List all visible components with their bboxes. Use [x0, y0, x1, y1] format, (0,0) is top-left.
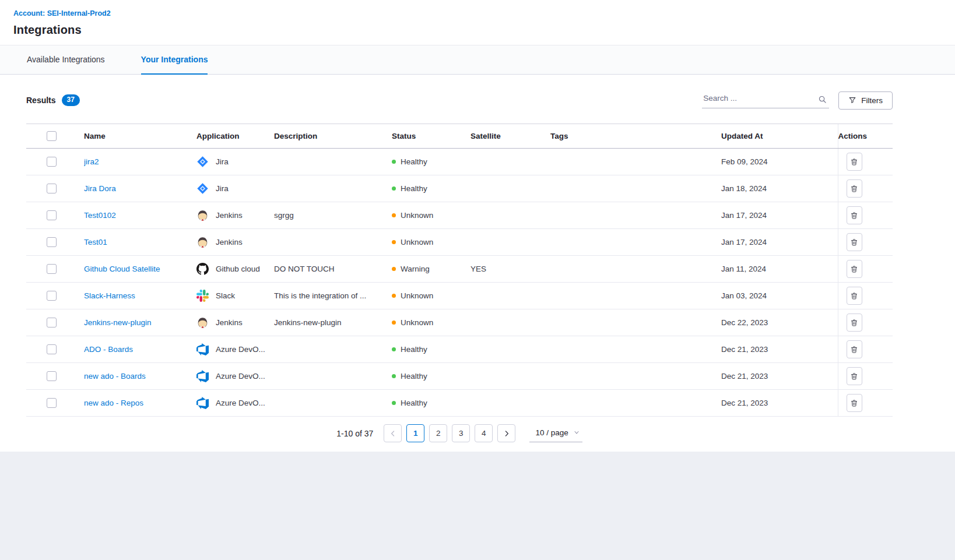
status-dot — [392, 374, 396, 378]
pagination-page-button[interactable]: 2 — [429, 424, 447, 442]
row-checkbox[interactable] — [47, 237, 57, 247]
row-checkbox[interactable] — [47, 291, 57, 301]
application-icon — [196, 343, 209, 355]
results: Results 37 — [26, 94, 80, 105]
integration-name-link[interactable]: ADO - Boards — [84, 345, 133, 354]
integration-name-link[interactable]: Test01 — [84, 238, 107, 246]
delete-integration-button[interactable] — [847, 394, 862, 412]
trash-icon — [850, 372, 858, 381]
application-label: Jira — [216, 157, 229, 166]
integration-name-link[interactable]: Jira Dora — [84, 184, 116, 193]
table-row: new ado - Boards Azure DevO... Healthy D… — [26, 363, 893, 390]
status-label: Unknown — [401, 238, 433, 246]
application-label: Slack — [216, 291, 235, 300]
row-checkbox[interactable] — [47, 344, 57, 354]
pagination-prev-button[interactable] — [384, 424, 402, 442]
row-checkbox[interactable] — [47, 184, 57, 193]
integration-name-link[interactable]: jira2 — [84, 157, 99, 166]
page-size-select[interactable]: 10 / page — [529, 425, 582, 442]
application-icon — [196, 397, 209, 409]
row-checkbox[interactable] — [47, 157, 57, 167]
trash-icon — [850, 158, 858, 166]
pagination-pages: 1234 — [406, 424, 493, 442]
status-cell: Healthy — [392, 157, 471, 166]
delete-integration-button[interactable] — [847, 367, 862, 385]
column-header-name: Name — [84, 124, 196, 149]
search-icon — [818, 95, 827, 104]
pagination-page-button[interactable]: 3 — [452, 424, 470, 442]
integration-name-link[interactable]: Github Cloud Satellite — [84, 265, 160, 273]
status-cell: Unknown — [392, 238, 471, 246]
delete-integration-button[interactable] — [847, 206, 862, 224]
results-count-badge: 37 — [62, 94, 80, 105]
trash-icon — [850, 399, 858, 407]
column-header-tags: Tags — [550, 124, 721, 149]
updated-at-value: Dec 22, 2023 — [721, 318, 768, 327]
pagination-page-button[interactable]: 4 — [475, 424, 493, 442]
trash-icon — [850, 265, 858, 273]
integration-name-link[interactable]: new ado - Boards — [84, 372, 146, 381]
application-label: Azure DevO... — [216, 345, 265, 354]
filters-button[interactable]: Filters — [838, 91, 893, 110]
delete-integration-button[interactable] — [847, 179, 862, 198]
application-label: Jenkins — [216, 318, 243, 327]
status-label: Healthy — [401, 157, 427, 166]
status-label: Healthy — [401, 399, 427, 407]
row-checkbox[interactable] — [47, 210, 57, 220]
delete-integration-button[interactable] — [847, 233, 862, 251]
column-header-updated-at: Updated At — [721, 124, 838, 149]
table-row: Slack-Harness Slack This is the integrat… — [26, 283, 893, 309]
status-cell: Healthy — [392, 372, 471, 381]
status-label: Unknown — [401, 211, 433, 220]
search-input[interactable] — [702, 92, 829, 108]
search-box — [702, 92, 829, 108]
row-checkbox[interactable] — [47, 264, 57, 274]
tab-available-integrations[interactable]: Available Integrations — [27, 45, 105, 75]
page-size-label: 10 / page — [535, 428, 568, 437]
account-link[interactable]: Account: SEI-Internal-Prod2 — [13, 9, 111, 17]
table-row: Github Cloud Satellite Github cloud DO N… — [26, 256, 893, 283]
application-icon — [196, 370, 209, 382]
toolbar-right: Filters — [702, 91, 893, 110]
status-dot — [392, 267, 396, 271]
page-header: Account: SEI-Internal-Prod2 Integrations — [0, 0, 955, 45]
status-label: Healthy — [401, 184, 427, 193]
row-checkbox[interactable] — [47, 371, 57, 381]
application-label: Azure DevO... — [216, 372, 265, 381]
integration-name-link[interactable]: new ado - Repos — [84, 399, 143, 407]
pagination-next-button[interactable] — [497, 424, 515, 442]
select-all-checkbox[interactable] — [47, 131, 57, 141]
table-row: Jenkins-new-plugin Jenkins Jenkins-new-p… — [26, 309, 893, 336]
description-text: DO NOT TOUCH — [274, 265, 335, 273]
tab-your-integrations[interactable]: Your Integrations — [141, 45, 208, 75]
integration-name-link[interactable]: Test0102 — [84, 211, 116, 220]
chevron-down-icon — [573, 429, 580, 436]
filters-label: Filters — [861, 96, 883, 105]
column-header-status: Status — [392, 124, 471, 149]
tab-bar: Available Integrations Your Integrations — [0, 45, 955, 75]
updated-at-value: Jan 11, 2024 — [721, 265, 766, 273]
delete-integration-button[interactable] — [847, 314, 862, 332]
row-checkbox[interactable] — [47, 398, 57, 408]
delete-integration-button[interactable] — [847, 260, 862, 278]
delete-integration-button[interactable] — [847, 287, 862, 305]
delete-integration-button[interactable] — [847, 340, 862, 358]
status-dot — [392, 401, 396, 405]
column-header-application: Application — [196, 124, 274, 149]
trash-icon — [850, 212, 858, 220]
updated-at-value: Jan 17, 2024 — [721, 211, 767, 220]
status-cell: Healthy — [392, 184, 471, 193]
integrations-table: Name Application Description Status Sate… — [26, 124, 893, 417]
integration-name-link[interactable]: Slack-Harness — [84, 291, 135, 300]
application-icon — [196, 156, 209, 168]
status-label: Unknown — [401, 318, 433, 327]
results-label: Results — [26, 96, 56, 105]
table-row: jira2 Jira Healthy Feb 09, 2024 — [26, 149, 893, 175]
chevron-left-icon — [389, 429, 397, 438]
delete-integration-button[interactable] — [847, 153, 862, 171]
status-dot — [392, 294, 396, 298]
integration-name-link[interactable]: Jenkins-new-plugin — [84, 318, 152, 327]
row-checkbox[interactable] — [47, 318, 57, 327]
pagination-page-button[interactable]: 1 — [406, 424, 424, 442]
application-icon — [196, 209, 209, 221]
